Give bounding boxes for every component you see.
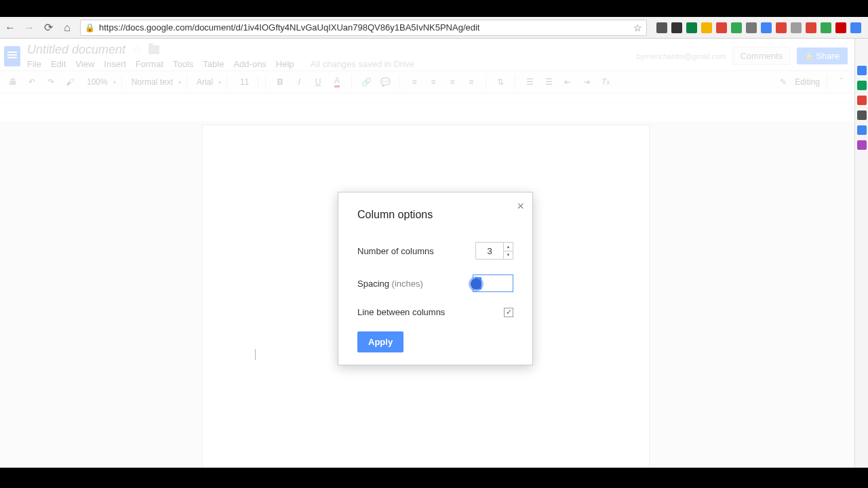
menu-insert[interactable]: Insert	[104, 59, 126, 69]
edit-mode-icon[interactable]: ✎	[776, 75, 791, 89]
extension-icon-3[interactable]	[701, 22, 712, 33]
stepper-up-icon[interactable]: ▲	[504, 243, 513, 251]
sidepanel-icon-2[interactable]	[857, 96, 867, 105]
spacing-label-text: Spacing	[357, 279, 389, 289]
bookmark-star-icon[interactable]: ☆	[633, 22, 642, 33]
lock-icon: 🔒	[85, 23, 95, 33]
numbered-list-icon[interactable]: ☰	[522, 75, 537, 89]
menu-add-ons[interactable]: Add-ons	[233, 59, 266, 69]
print-icon[interactable]: 🖶	[5, 75, 20, 89]
sidepanel-icon-1[interactable]	[857, 81, 867, 90]
menu-file[interactable]: File	[27, 59, 41, 69]
docs-logo-icon[interactable]	[4, 46, 20, 66]
extension-icon-13[interactable]	[850, 22, 861, 33]
num-columns-label: Number of columns	[357, 246, 434, 256]
menu-bar: FileEditViewInsertFormatToolsTableAdd-on…	[27, 58, 414, 69]
share-label: Share	[816, 51, 840, 61]
style-select[interactable]: Normal text	[126, 76, 187, 88]
extension-icon-7[interactable]	[761, 22, 772, 33]
underline-icon[interactable]: U	[311, 75, 326, 89]
align-justify-icon[interactable]: ≡	[464, 75, 479, 89]
menu-edit[interactable]: Edit	[51, 59, 66, 69]
menu-help[interactable]: Help	[276, 59, 294, 69]
lock-mini-icon: 🔒	[805, 52, 813, 60]
extension-icon-0[interactable]	[656, 22, 667, 33]
spacing-unit: (inches)	[392, 279, 423, 289]
line-spacing-icon[interactable]: ⇅	[493, 75, 508, 89]
share-button[interactable]: 🔒Share	[797, 47, 848, 64]
num-columns-stepper[interactable]: 3 ▲ ▼	[475, 242, 513, 260]
menu-tools[interactable]: Tools	[173, 59, 193, 69]
font-size[interactable]: 11	[231, 76, 258, 88]
undo-icon[interactable]: ↶	[24, 75, 39, 89]
menu-view[interactable]: View	[75, 59, 94, 69]
align-right-icon[interactable]: ≡	[445, 75, 460, 89]
toolbar: 🖶 ↶ ↷ 🖌 100% Normal text Arial 11 B I U …	[0, 70, 854, 94]
spacing-input[interactable]	[473, 274, 513, 292]
editing-mode[interactable]: Editing	[795, 77, 820, 87]
num-columns-value: 3	[476, 246, 503, 256]
stepper-down-icon[interactable]: ▼	[504, 251, 513, 260]
bold-icon[interactable]: B	[273, 75, 288, 89]
sidepanel-icon-5[interactable]	[857, 140, 867, 150]
extension-icon-12[interactable]	[835, 22, 846, 33]
extension-icon-8[interactable]	[776, 22, 787, 33]
forward-button[interactable]: →	[23, 22, 35, 34]
comments-button[interactable]: Comments	[732, 47, 790, 65]
text-cursor	[255, 349, 256, 360]
sidepanel-icon-0[interactable]	[857, 66, 867, 75]
redo-icon[interactable]: ↷	[43, 75, 58, 89]
link-icon[interactable]: 🔗	[359, 75, 374, 89]
menu-table[interactable]: Table	[203, 59, 224, 69]
font-select[interactable]: Arial	[191, 76, 227, 88]
sidepanel-icon-4[interactable]	[857, 125, 867, 135]
star-icon[interactable]: ☆	[132, 43, 142, 56]
browser-chrome: ← → ⟳ ⌂ 🔒 https://docs.google.com/docume…	[0, 17, 868, 39]
zoom-select[interactable]: 100%	[81, 76, 122, 88]
outdent-icon[interactable]: ⇤	[560, 75, 575, 89]
line-between-checkbox[interactable]: ✓	[504, 308, 513, 317]
menu-format[interactable]: Format	[136, 59, 163, 69]
line-between-label: Line between columns	[357, 307, 445, 317]
extension-icon-9[interactable]	[791, 22, 802, 33]
bulleted-list-icon[interactable]: ☰	[541, 75, 556, 89]
extension-icon-10[interactable]	[806, 22, 816, 33]
indent-icon[interactable]: ⇥	[579, 75, 594, 89]
title-bar: Untitled document ☆ FileEditViewInsertFo…	[0, 39, 854, 70]
spacing-label: Spacing (inches)	[357, 279, 423, 289]
extension-icon-4[interactable]	[716, 22, 727, 33]
extension-icon-1[interactable]	[671, 22, 682, 33]
extension-icon-6[interactable]	[746, 22, 757, 33]
clear-format-icon[interactable]: Tx	[598, 75, 613, 89]
url-text: https://docs.google.com/document/d/1iv4I…	[99, 22, 629, 33]
align-left-icon[interactable]: ≡	[407, 75, 422, 89]
collapse-icon[interactable]: ˆ	[834, 75, 849, 89]
extension-icon-5[interactable]	[731, 22, 742, 33]
text-color-icon[interactable]: A	[330, 75, 344, 89]
italic-icon[interactable]: I	[292, 75, 307, 89]
folder-icon[interactable]	[149, 45, 159, 54]
column-options-dialog: × Column options Number of columns 3 ▲ ▼…	[338, 192, 533, 365]
back-button[interactable]: ←	[4, 22, 16, 34]
url-bar[interactable]: 🔒 https://docs.google.com/document/d/1iv…	[80, 20, 647, 36]
dialog-title: Column options	[338, 192, 532, 230]
extension-icon-11[interactable]	[821, 22, 831, 33]
paint-format-icon[interactable]: 🖌	[62, 75, 77, 89]
close-button[interactable]: ×	[517, 199, 524, 214]
side-panel	[854, 39, 868, 468]
user-email: byrnerichardm@gmail.com	[637, 52, 726, 60]
save-status: All changes saved in Drive	[311, 59, 414, 69]
extension-icons	[654, 22, 864, 33]
sidepanel-icon-3[interactable]	[857, 110, 867, 120]
reload-button[interactable]: ⟳	[42, 22, 54, 34]
extension-icon-2[interactable]	[686, 22, 697, 33]
comment-icon[interactable]: 💬	[378, 75, 393, 89]
document-title[interactable]: Untitled document	[27, 43, 125, 57]
apply-button[interactable]: Apply	[357, 331, 403, 352]
ruler	[0, 94, 854, 103]
align-center-icon[interactable]: ≡	[426, 75, 441, 89]
home-button[interactable]: ⌂	[61, 22, 73, 34]
